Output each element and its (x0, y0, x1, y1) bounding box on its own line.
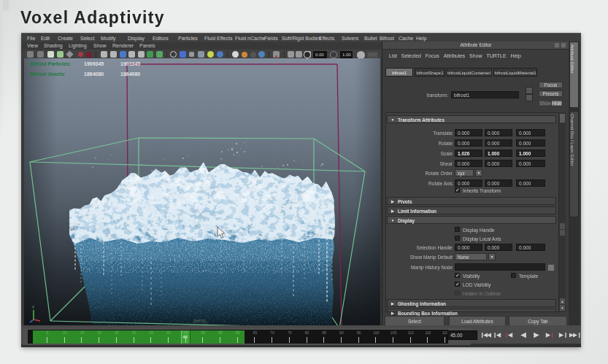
svg-text:y: y (32, 304, 34, 309)
svg-text:persp: persp (193, 318, 207, 324)
svg-text:1864080: 1864080 (84, 71, 104, 77)
svg-text:Bifrost Particles:: Bifrost Particles: (30, 61, 71, 66)
svg-text:1864080: 1864080 (120, 71, 140, 77)
svg-text:1909345: 1909345 (84, 61, 104, 66)
svg-text:1903345: 1903345 (120, 61, 140, 66)
svg-text:Bifrost Voxels:: Bifrost Voxels: (30, 71, 66, 77)
